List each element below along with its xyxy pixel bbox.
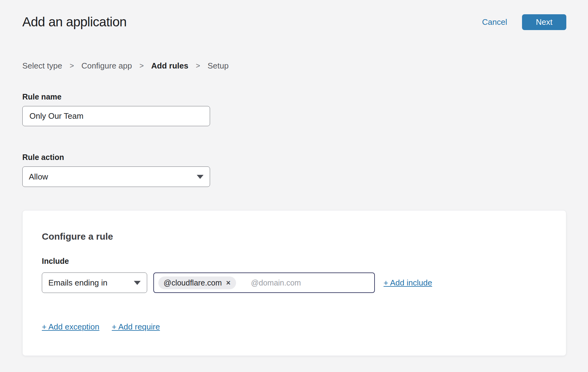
add-application-page: Add an application Cancel Next Select ty…: [0, 0, 588, 356]
page-header: Add an application Cancel Next: [22, 0, 566, 30]
breadcrumb-separator-icon: >: [139, 61, 144, 70]
header-actions: Cancel Next: [482, 14, 566, 30]
breadcrumb-configure-app[interactable]: Configure app: [81, 61, 132, 70]
rule-action-select[interactable]: Allow: [22, 166, 210, 187]
email-domain-chip-label: @cloudflare.com: [164, 278, 222, 287]
rule-name-label: Rule name: [22, 92, 566, 101]
email-domain-chip: @cloudflare.com ✕: [158, 277, 236, 289]
include-selector-select[interactable]: Emails ending in: [42, 272, 147, 293]
include-selector-value: Emails ending in: [48, 278, 108, 288]
rule-name-input[interactable]: [22, 106, 210, 126]
remove-chip-icon[interactable]: ✕: [226, 280, 231, 286]
add-include-link[interactable]: + Add include: [384, 278, 432, 288]
breadcrumb-add-rules[interactable]: Add rules: [151, 61, 188, 70]
email-domain-input[interactable]: [250, 278, 370, 288]
cancel-button[interactable]: Cancel: [482, 17, 507, 27]
add-exception-link[interactable]: + Add exception: [42, 322, 99, 331]
include-rule-row: Emails ending in @cloudflare.com ✕ + Add…: [42, 272, 547, 293]
configure-rule-title: Configure a rule: [42, 231, 547, 242]
page-title: Add an application: [22, 14, 127, 30]
chevron-down-icon: [134, 281, 141, 285]
breadcrumb-separator-icon: >: [196, 61, 200, 70]
breadcrumb-separator-icon: >: [70, 61, 74, 70]
rule-action-selected-value: Allow: [29, 172, 48, 182]
next-button[interactable]: Next: [522, 14, 566, 30]
breadcrumb-setup[interactable]: Setup: [208, 61, 229, 70]
include-label: Include: [42, 256, 547, 266]
rule-action-label: Rule action: [22, 153, 566, 162]
chevron-down-icon: [197, 175, 204, 179]
rule-extra-links: + Add exception + Add require: [42, 322, 547, 331]
configure-rule-card: Configure a rule Include Emails ending i…: [22, 210, 566, 356]
add-require-link[interactable]: + Add require: [112, 322, 160, 331]
email-domain-tag-input[interactable]: @cloudflare.com ✕: [153, 272, 375, 293]
breadcrumb-select-type[interactable]: Select type: [22, 61, 62, 70]
breadcrumb: Select type > Configure app > Add rules …: [22, 61, 566, 70]
